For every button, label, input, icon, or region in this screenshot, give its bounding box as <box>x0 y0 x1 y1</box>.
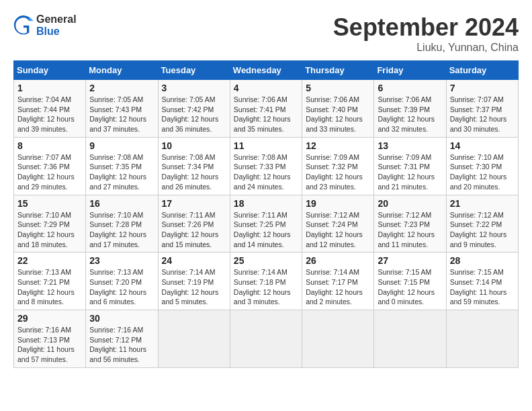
day-number: 11 <box>234 140 298 151</box>
day-info: Sunrise: 7:16 AM Sunset: 7:12 PM Dayligh… <box>89 325 154 365</box>
calendar-week-row: 1Sunrise: 7:04 AM Sunset: 7:44 PM Daylig… <box>14 80 519 138</box>
day-info: Sunrise: 7:13 AM Sunset: 7:21 PM Dayligh… <box>17 267 82 307</box>
calendar-day-cell: 12Sunrise: 7:09 AM Sunset: 7:32 PM Dayli… <box>302 137 374 195</box>
calendar-week-row: 15Sunrise: 7:10 AM Sunset: 7:29 PM Dayli… <box>14 195 519 253</box>
day-info: Sunrise: 7:16 AM Sunset: 7:13 PM Dayligh… <box>17 325 82 365</box>
day-number: 6 <box>378 83 442 93</box>
calendar-day-cell: 24Sunrise: 7:14 AM Sunset: 7:19 PM Dayli… <box>158 253 230 310</box>
day-number: 21 <box>450 198 515 209</box>
day-info: Sunrise: 7:10 AM Sunset: 7:30 PM Dayligh… <box>450 152 515 192</box>
logo: General Blue <box>13 13 77 38</box>
calendar-day-cell: 10Sunrise: 7:08 AM Sunset: 7:34 PM Dayli… <box>158 137 230 195</box>
day-info: Sunrise: 7:13 AM Sunset: 7:20 PM Dayligh… <box>89 267 154 307</box>
day-number: 25 <box>234 255 298 266</box>
logo-general-text: General <box>36 13 77 26</box>
day-info: Sunrise: 7:06 AM Sunset: 7:41 PM Dayligh… <box>234 95 298 134</box>
day-info: Sunrise: 7:12 AM Sunset: 7:22 PM Dayligh… <box>450 210 515 250</box>
calendar-header-row: SundayMondayTuesdayWednesdayThursdayFrid… <box>14 61 519 80</box>
calendar-day-cell: 18Sunrise: 7:11 AM Sunset: 7:25 PM Dayli… <box>230 195 302 253</box>
calendar-day-cell <box>158 310 230 368</box>
day-number: 30 <box>89 313 154 324</box>
day-number: 23 <box>89 255 154 266</box>
calendar-day-cell: 15Sunrise: 7:10 AM Sunset: 7:29 PM Dayli… <box>14 195 86 253</box>
calendar-week-row: 29Sunrise: 7:16 AM Sunset: 7:13 PM Dayli… <box>14 310 519 368</box>
calendar-body: 1Sunrise: 7:04 AM Sunset: 7:44 PM Daylig… <box>14 80 519 368</box>
day-number: 4 <box>234 83 298 93</box>
location-subtitle: Liuku, Yunnan, China <box>333 42 519 54</box>
calendar-day-cell: 27Sunrise: 7:15 AM Sunset: 7:15 PM Dayli… <box>374 253 446 310</box>
logo-icon <box>13 15 34 36</box>
calendar-day-cell: 3Sunrise: 7:05 AM Sunset: 7:42 PM Daylig… <box>158 80 230 138</box>
header-day-wednesday: Wednesday <box>230 61 302 80</box>
month-title: September 2024 <box>333 13 519 42</box>
day-number: 5 <box>306 83 370 93</box>
calendar-day-cell: 13Sunrise: 7:09 AM Sunset: 7:31 PM Dayli… <box>374 137 446 195</box>
day-info: Sunrise: 7:14 AM Sunset: 7:18 PM Dayligh… <box>234 267 298 307</box>
day-number: 20 <box>378 198 442 209</box>
day-number: 13 <box>378 140 442 151</box>
calendar-day-cell <box>302 310 374 368</box>
day-number: 17 <box>162 198 226 209</box>
day-number: 27 <box>378 255 442 266</box>
calendar-day-cell: 5Sunrise: 7:06 AM Sunset: 7:40 PM Daylig… <box>302 80 374 138</box>
calendar-day-cell: 9Sunrise: 7:08 AM Sunset: 7:35 PM Daylig… <box>86 137 158 195</box>
day-info: Sunrise: 7:10 AM Sunset: 7:28 PM Dayligh… <box>89 210 154 250</box>
day-number: 26 <box>306 255 370 266</box>
day-number: 1 <box>17 83 82 93</box>
day-info: Sunrise: 7:15 AM Sunset: 7:14 PM Dayligh… <box>450 267 515 307</box>
calendar-day-cell: 17Sunrise: 7:11 AM Sunset: 7:26 PM Dayli… <box>158 195 230 253</box>
header-day-friday: Friday <box>374 61 446 80</box>
calendar-table: SundayMondayTuesdayWednesdayThursdayFrid… <box>13 60 519 368</box>
day-info: Sunrise: 7:15 AM Sunset: 7:15 PM Dayligh… <box>378 267 442 307</box>
logo-blue-text: Blue <box>36 26 77 38</box>
calendar-day-cell: 25Sunrise: 7:14 AM Sunset: 7:18 PM Dayli… <box>230 253 302 310</box>
logo-text: General Blue <box>36 13 77 38</box>
day-info: Sunrise: 7:09 AM Sunset: 7:31 PM Dayligh… <box>378 152 442 192</box>
day-info: Sunrise: 7:06 AM Sunset: 7:39 PM Dayligh… <box>378 95 442 134</box>
day-info: Sunrise: 7:07 AM Sunset: 7:37 PM Dayligh… <box>450 95 515 134</box>
day-number: 2 <box>89 83 154 93</box>
calendar-day-cell: 30Sunrise: 7:16 AM Sunset: 7:12 PM Dayli… <box>86 310 158 368</box>
day-number: 12 <box>306 140 370 151</box>
calendar-day-cell: 4Sunrise: 7:06 AM Sunset: 7:41 PM Daylig… <box>230 80 302 138</box>
day-info: Sunrise: 7:10 AM Sunset: 7:29 PM Dayligh… <box>17 210 82 250</box>
calendar-day-cell: 19Sunrise: 7:12 AM Sunset: 7:24 PM Dayli… <box>302 195 374 253</box>
calendar-day-cell: 22Sunrise: 7:13 AM Sunset: 7:21 PM Dayli… <box>14 253 86 310</box>
day-info: Sunrise: 7:05 AM Sunset: 7:42 PM Dayligh… <box>162 95 226 134</box>
calendar-day-cell: 1Sunrise: 7:04 AM Sunset: 7:44 PM Daylig… <box>14 80 86 138</box>
calendar-day-cell: 26Sunrise: 7:14 AM Sunset: 7:17 PM Dayli… <box>302 253 374 310</box>
calendar-day-cell: 23Sunrise: 7:13 AM Sunset: 7:20 PM Dayli… <box>86 253 158 310</box>
day-number: 10 <box>162 140 226 151</box>
calendar-day-cell: 14Sunrise: 7:10 AM Sunset: 7:30 PM Dayli… <box>446 137 518 195</box>
calendar-day-cell <box>230 310 302 368</box>
day-info: Sunrise: 7:12 AM Sunset: 7:23 PM Dayligh… <box>378 210 442 250</box>
calendar-week-row: 22Sunrise: 7:13 AM Sunset: 7:21 PM Dayli… <box>14 253 519 310</box>
day-number: 15 <box>17 198 82 209</box>
header-day-thursday: Thursday <box>302 61 374 80</box>
day-number: 28 <box>450 255 515 266</box>
day-info: Sunrise: 7:11 AM Sunset: 7:26 PM Dayligh… <box>162 210 226 250</box>
day-number: 14 <box>450 140 515 151</box>
calendar-day-cell <box>374 310 446 368</box>
day-info: Sunrise: 7:07 AM Sunset: 7:36 PM Dayligh… <box>17 152 82 192</box>
calendar-day-cell: 16Sunrise: 7:10 AM Sunset: 7:28 PM Dayli… <box>86 195 158 253</box>
calendar-day-cell: 28Sunrise: 7:15 AM Sunset: 7:14 PM Dayli… <box>446 253 518 310</box>
calendar-day-cell: 11Sunrise: 7:08 AM Sunset: 7:33 PM Dayli… <box>230 137 302 195</box>
day-number: 16 <box>89 198 154 209</box>
day-number: 18 <box>234 198 298 209</box>
day-number: 19 <box>306 198 370 209</box>
calendar-day-cell: 8Sunrise: 7:07 AM Sunset: 7:36 PM Daylig… <box>14 137 86 195</box>
calendar-day-cell: 6Sunrise: 7:06 AM Sunset: 7:39 PM Daylig… <box>374 80 446 138</box>
calendar-day-cell: 29Sunrise: 7:16 AM Sunset: 7:13 PM Dayli… <box>14 310 86 368</box>
header-day-sunday: Sunday <box>14 61 86 80</box>
header-day-saturday: Saturday <box>446 61 518 80</box>
day-number: 7 <box>450 83 515 93</box>
header-day-tuesday: Tuesday <box>158 61 230 80</box>
day-number: 22 <box>17 255 82 266</box>
calendar-day-cell: 7Sunrise: 7:07 AM Sunset: 7:37 PM Daylig… <box>446 80 518 138</box>
title-block: September 2024 Liuku, Yunnan, China <box>333 13 519 54</box>
day-number: 29 <box>17 313 82 324</box>
calendar-day-cell: 21Sunrise: 7:12 AM Sunset: 7:22 PM Dayli… <box>446 195 518 253</box>
day-info: Sunrise: 7:11 AM Sunset: 7:25 PM Dayligh… <box>234 210 298 250</box>
header-day-monday: Monday <box>86 61 158 80</box>
